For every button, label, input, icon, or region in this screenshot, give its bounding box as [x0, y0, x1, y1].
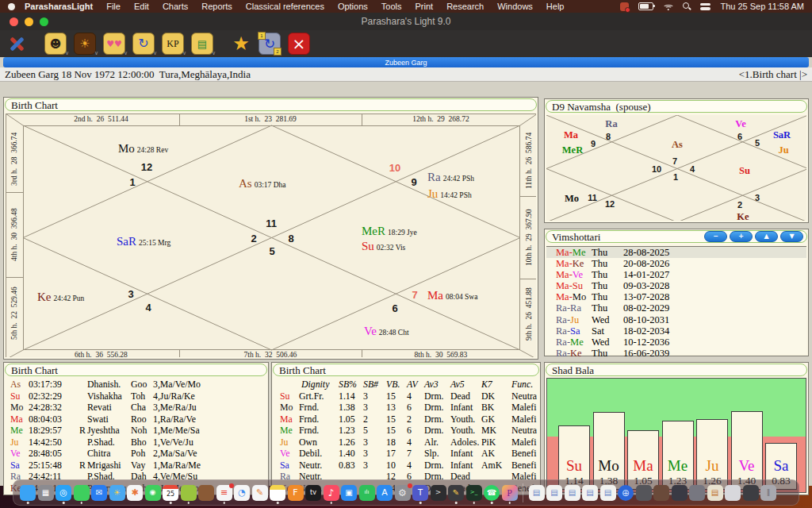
scroll-down-button[interactable]: ▼ [780, 231, 803, 242]
dock-mail-icon[interactable]: ✉ [91, 485, 107, 501]
chart-tab[interactable]: Zubeen Garg [3, 57, 809, 67]
kp-system-icon[interactable]: KP∨ [162, 33, 184, 55]
dock-parasharas-light-icon[interactable]: P [502, 485, 518, 501]
dasha-lord: Ma- [556, 247, 573, 258]
chart-tab-label: Zubeen Garg [385, 59, 427, 67]
menu-item-edit[interactable]: Edit [134, 2, 149, 11]
dock-photos-icon[interactable]: ✱ [127, 485, 143, 501]
control-center-icon[interactable] [700, 3, 710, 10]
dock-stocks-icon[interactable]: ılı [359, 485, 375, 501]
dock-android-icon[interactable] [181, 485, 197, 501]
menu-item-research[interactable]: Research [446, 2, 484, 11]
dock-settings-icon[interactable]: ⚙ [395, 485, 411, 501]
dock-safari-icon[interactable]: ◎ [56, 485, 71, 501]
dock-messages-icon[interactable] [74, 485, 90, 501]
dock-document-6-icon[interactable]: ▤ [707, 485, 723, 501]
dock-browser-globe-icon[interactable]: ⊕ [618, 485, 634, 501]
dock-facetime-icon[interactable]: ◉ [145, 485, 161, 501]
dock-window-4-icon[interactable] [689, 485, 705, 501]
rashi-number: 10 [652, 164, 661, 174]
dock-window-5-icon[interactable] [743, 485, 759, 501]
notes-icon[interactable]: ▤∨ [191, 33, 213, 55]
dock-weather-icon[interactable]: ☀ [109, 485, 125, 501]
dock-document-4-icon[interactable]: ▤ [582, 485, 598, 501]
dock-brown-app-icon[interactable] [198, 485, 214, 501]
dock-pencil-app-icon[interactable]: ✎ [252, 485, 268, 501]
menu-item-classical-references[interactable]: Classical references [246, 2, 324, 11]
dasha-row[interactable]: Ra-RaThu08-02-2029 [546, 302, 806, 314]
dock-window-2-icon[interactable] [653, 485, 669, 501]
planet-ve: Ve28:48 Cht [364, 324, 409, 338]
menu-item-file[interactable]: File [106, 2, 121, 11]
menu-item-charts[interactable]: Charts [163, 2, 188, 11]
dock-document-5-icon[interactable]: ▤ [600, 485, 616, 501]
battery-icon[interactable] [638, 2, 653, 10]
nakshatra: Chitra [87, 448, 111, 460]
dock-window-3-icon[interactable] [672, 485, 688, 501]
running-indicator [187, 502, 190, 504]
dock-charts-app-icon[interactable]: ◔ [234, 485, 250, 501]
spotlight-search-icon[interactable] [683, 2, 691, 10]
dasha-row[interactable]: Ra-KeThu16-06-2039 [546, 348, 806, 359]
sync-charts-icon[interactable]: ↻12 [259, 33, 281, 55]
menu-bar-clock[interactable]: Thu 25 Sep 11:58 AM [720, 2, 804, 11]
dock-finder-icon[interactable] [20, 485, 36, 501]
dock-document-2-icon[interactable]: ▤ [546, 485, 562, 501]
house-edge-label: 5th h. 22 529.46 [6, 277, 23, 350]
dasha-row[interactable]: Ra-JuWed08-10-2031 [546, 314, 806, 325]
dock-app-store-icon[interactable]: A [377, 485, 393, 501]
dock-music-icon[interactable]: ♪ [324, 485, 339, 501]
sun-icon[interactable]: ☀∨ [74, 33, 96, 55]
wifi-icon[interactable] [663, 2, 673, 10]
scroll-up-button[interactable]: ▲ [755, 231, 778, 242]
dock-window-1-icon[interactable] [636, 485, 652, 501]
favorites-star-icon[interactable]: ★ [231, 33, 251, 54]
dock-f-app-icon[interactable]: F [288, 485, 304, 501]
dock-keynote-icon[interactable]: ▣ [341, 485, 357, 501]
collapse-button[interactable]: − [704, 231, 727, 242]
dock-pen-tool-icon[interactable]: ✎ [448, 485, 464, 501]
dock-notes-icon[interactable] [270, 485, 285, 501]
dasha-row[interactable]: Ma-MoThu13-07-2028 [546, 291, 806, 302]
menu-item-help[interactable]: Help [546, 2, 565, 11]
tools-icon[interactable] [6, 33, 27, 54]
dock-teams-icon[interactable]: T [412, 485, 428, 501]
dock-apple-tv-icon[interactable]: tv [305, 485, 321, 501]
dock-calendar-icon[interactable]: 25 [163, 485, 178, 501]
menu-item-reports[interactable]: Reports [201, 2, 232, 11]
planet-degree: 08:04 Swa [446, 293, 477, 301]
dock-document-1-icon[interactable]: ▤ [529, 485, 545, 501]
planet-abbr: Su [10, 391, 20, 402]
dasha-row[interactable]: Ma-MeThu28-08-2025 [546, 247, 806, 258]
bar-planet-label: Ve [738, 457, 754, 474]
menu-item-print[interactable]: Print [416, 2, 434, 11]
chart-page-nav[interactable]: <1.Birth chart |> [739, 68, 807, 81]
dasha-row[interactable]: Ra-SaSat18-02-2034 [546, 325, 806, 337]
app-window: Parashara's Light 9.0 ☻∨☀∨♥♥∨↻∨KP∨▤∨★↻12… [0, 13, 812, 486]
dock-trash-icon[interactable]: ‖ [760, 485, 776, 501]
dock-keyboard-app-icon[interactable] [725, 485, 741, 501]
dropdown-chevron-icon: ∨ [212, 50, 216, 56]
chart-person-icon[interactable]: ☻∨ [44, 33, 67, 55]
close-icon[interactable]: × [288, 33, 310, 55]
compatibility-hearts-icon[interactable]: ♥♥∨ [103, 33, 125, 55]
dock-terminal-icon[interactable]: > [431, 485, 446, 501]
dock-reminders-icon[interactable]: ≡ [216, 485, 232, 501]
app-notification-icon[interactable] [620, 2, 629, 11]
dock-document-3-icon[interactable]: ▤ [565, 485, 580, 501]
dock-terminal-green-icon[interactable]: >_ [466, 485, 482, 501]
chakra-wheel-icon[interactable]: ↻∨ [132, 33, 155, 55]
nakshatra: Swati [87, 414, 109, 425]
menu-item-parasharaslight[interactable]: ParasharasLight [25, 2, 93, 11]
apple-logo-icon[interactable] [8, 3, 15, 10]
dasha-row[interactable]: Ma-KeThu20-08-2026 [546, 258, 806, 269]
menu-item-options[interactable]: Options [338, 2, 368, 11]
expand-button[interactable]: + [730, 231, 753, 242]
menu-item-tools[interactable]: Tools [381, 2, 402, 11]
dock-launchpad-icon[interactable]: ▦ [38, 485, 54, 501]
dasha-row[interactable]: Ra-MeWed10-12-2036 [546, 337, 806, 348]
menu-item-windows[interactable]: Windows [497, 2, 533, 11]
dasha-row[interactable]: Ma-VeThu14-01-2027 [546, 269, 806, 280]
dasha-row[interactable]: Ma-SuThu09-03-2028 [546, 280, 806, 291]
dock-whatsapp-icon[interactable]: ☎ [484, 485, 500, 501]
